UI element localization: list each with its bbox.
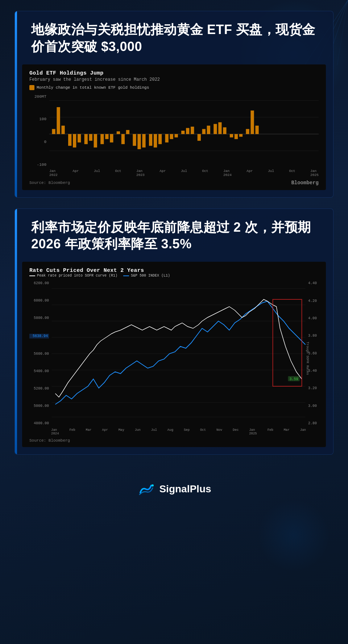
chart2-legend1-text: Peak rate priced into SOFR curve (R1): [37, 274, 117, 278]
chart1-legend: Monthly change in total known ETF gold h…: [29, 85, 319, 90]
line-chart-svg: 3.59: [51, 281, 306, 426]
x-jan25: Jan2025: [249, 428, 257, 435]
right-y-440: 4.40: [308, 281, 319, 285]
footer: SignalPlus: [14, 466, 334, 509]
svg-rect-38: [214, 124, 217, 134]
svg-rect-27: [154, 134, 157, 147]
x-jun24: Jun: [135, 428, 141, 435]
bar-chart-svg: [49, 94, 319, 167]
legend-line-white: [29, 275, 35, 276]
y-label-100: 100: [29, 117, 46, 121]
svg-rect-19: [110, 134, 113, 142]
footer-brand-text: SignalPlus: [159, 483, 211, 495]
x-axis-labels-2: Jan2024 Feb Mar Apr May Jun Jul Aug Sep …: [51, 428, 306, 435]
right-y-380: 3.80: [308, 334, 319, 338]
legend-dot-orange: [29, 85, 34, 90]
signalplus-logo: [137, 480, 155, 498]
x-may24: May: [119, 428, 124, 435]
x-label-apr23: Apr: [160, 169, 166, 177]
section1-card: 地缘政治与关税担忧推动黄金 ETF 买盘，现货金价首次突破 $3,000 Gol…: [14, 11, 334, 198]
x-apr24: Apr: [102, 428, 108, 435]
x-feb25: Feb: [268, 428, 273, 435]
svg-rect-24: [137, 134, 141, 149]
chart2-source: Source: Bloomberg: [29, 438, 70, 443]
svg-rect-28: [158, 134, 162, 144]
x-mar25: Mar: [284, 428, 290, 435]
svg-rect-22: [126, 130, 129, 134]
section2-card: 利率市场定价反映年底前降息超过 2 次，并预期 2026 年政策利率降至 3.5…: [14, 209, 334, 455]
chart2-legend1: Peak rate priced into SOFR curve (R1): [29, 274, 117, 278]
svg-rect-17: [100, 134, 104, 144]
chart1-source-row: Source: Bloomberg Bloomberg: [29, 180, 319, 186]
right-y-420: 4.20: [308, 299, 319, 303]
chart2-legend2: S&P 500 INDEX (L1): [123, 274, 170, 278]
left-y-5600: 5600.00: [29, 352, 49, 356]
x-label-oct24: Oct: [289, 169, 295, 177]
svg-rect-39: [218, 122, 221, 134]
svg-rect-44: [246, 129, 249, 134]
svg-rect-15: [89, 134, 92, 141]
y-axis-labels: 200MT 100 0 -100: [29, 94, 49, 174]
x-label-oct22: Oct: [115, 169, 121, 177]
x-label-jan22: Jan2022: [49, 169, 58, 177]
svg-rect-32: [181, 131, 185, 134]
svg-rect-10: [61, 126, 65, 134]
chart2-title: Rate Cuts Priced Over Next 2 Years: [29, 268, 319, 274]
right-y-400: 4.00: [308, 316, 319, 320]
x-label-jan25: Jan2025: [310, 169, 319, 177]
section2-headline: 利率市场定价反映年底前降息超过 2 次，并预期 2026 年政策利率降至 3.5…: [15, 209, 333, 262]
left-y-5800: 5800.00: [29, 316, 49, 320]
x-jul24: Jul: [151, 428, 157, 435]
svg-rect-14: [84, 134, 88, 144]
svg-rect-25: [142, 134, 145, 147]
svg-rect-29: [165, 134, 168, 142]
svg-rect-23: [133, 134, 136, 146]
x-jan25b: Jan: [300, 428, 306, 435]
right-y-320: 3.20: [308, 386, 319, 390]
legend-line-blue: [123, 275, 129, 276]
x-label-apr22: Apr: [72, 169, 79, 177]
svg-rect-45: [250, 110, 254, 134]
x-jan24: Jan2024: [51, 428, 59, 435]
y-label-0: 0: [29, 140, 46, 144]
svg-text:3.59: 3.59: [289, 377, 298, 381]
chart1-bloomberg: Bloomberg: [291, 180, 319, 186]
x-dec24: Dec: [233, 428, 239, 435]
x-axis-labels: Jan2022 Apr Jul Oct Jan2023 Apr Jul Oct …: [49, 168, 319, 177]
gold-etf-chart-container: Gold ETF Holdings Jump February saw the …: [22, 64, 326, 190]
left-y-6000: 6000.00: [29, 299, 49, 303]
svg-rect-43: [239, 134, 243, 136]
x-label-oct23: Oct: [202, 169, 208, 177]
svg-point-59: [152, 484, 154, 487]
svg-rect-20: [117, 131, 120, 134]
svg-rect-46: [255, 126, 258, 134]
svg-rect-12: [73, 134, 76, 147]
line-chart-area: 6200.00 6000.00 5800.00 5638.94 5600.00 …: [29, 281, 319, 435]
x-feb24: Feb: [69, 428, 75, 435]
svg-rect-33: [186, 128, 189, 134]
section1-headline: 地缘政治与关税担忧推动黄金 ETF 买盘，现货金价首次突破 $3,000: [15, 11, 333, 64]
sp500-line: [55, 301, 306, 404]
x-label-jul23: Jul: [181, 169, 187, 177]
rate-cuts-chart-container: Rate Cuts Priced Over Next 2 Years Peak …: [22, 262, 326, 447]
left-y-5638: 5638.94: [29, 334, 49, 338]
svg-rect-35: [198, 134, 201, 141]
svg-rect-40: [223, 127, 226, 134]
left-y-5000: 5000.00: [29, 404, 49, 408]
svg-rect-34: [191, 126, 194, 134]
left-y-6200: 6200.00: [29, 281, 49, 285]
svg-rect-21: [121, 134, 125, 144]
left-y-5200: 5200.00: [29, 387, 49, 391]
svg-rect-31: [174, 134, 178, 137]
svg-rect-37: [207, 126, 210, 134]
right-y-360: 3.60: [308, 352, 319, 355]
right-y-280: 2.80: [308, 421, 319, 425]
svg-rect-42: [235, 134, 238, 139]
svg-rect-11: [68, 134, 71, 146]
x-label-jul22: Jul: [94, 169, 100, 177]
svg-rect-18: [105, 134, 108, 139]
svg-rect-30: [170, 134, 173, 139]
svg-rect-9: [57, 107, 60, 134]
x-mar24: Mar: [86, 428, 92, 435]
right-y-300: 3.00: [308, 404, 319, 408]
